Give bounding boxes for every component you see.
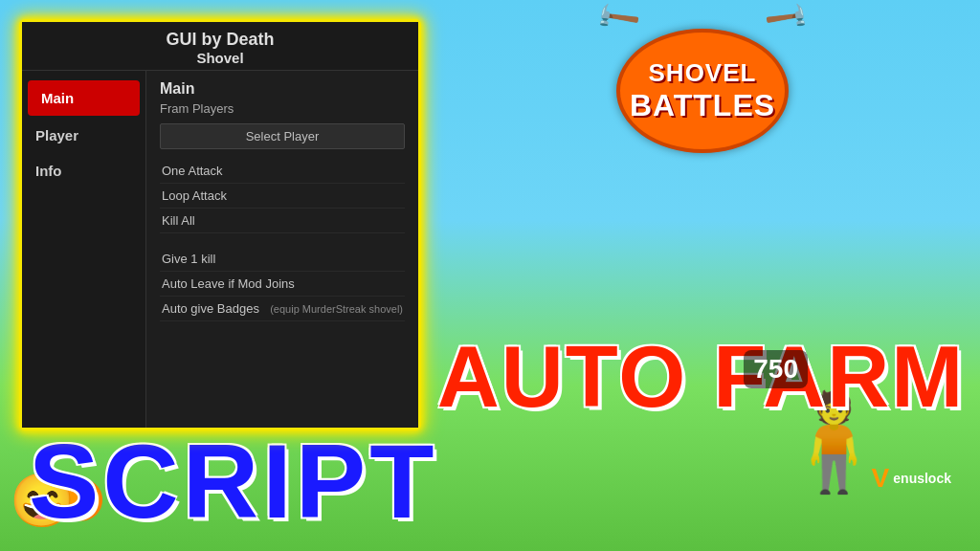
select-player-button[interactable]: Select Player [160, 123, 405, 149]
gui-body: Main Player Info Main Fram Players Selec… [22, 71, 418, 428]
shovel-battles-logo: 🔨 🔨 SHOVEL BATTLES [616, 29, 789, 153]
one-attack-item[interactable]: One Attack [160, 159, 405, 184]
gui-shovel-subtitle: Shovel [22, 50, 418, 66]
score-badge: 750 [744, 350, 808, 388]
give-1-kill-label: Give 1 kill [162, 252, 215, 266]
venuslock-v: V [872, 463, 890, 494]
auto-leave-label: Auto Leave if Mod Joins [162, 276, 295, 291]
sidebar: Main Player Info [22, 71, 146, 428]
give-1-kill-item[interactable]: Give 1 kill [160, 247, 405, 272]
script-text: SCRIPT [29, 420, 437, 541]
auto-give-badges-item[interactable]: Auto give Badges (equip MurderStreak sho… [160, 297, 405, 321]
logo-background: SHOVEL BATTLES [616, 29, 789, 153]
loop-attack-label: Loop Attack [162, 188, 227, 203]
section-label: Fram Players [160, 101, 405, 116]
gui-panel: GUI by Death Shovel Main Player Info Mai… [19, 19, 421, 430]
sidebar-item-main[interactable]: Main [28, 80, 140, 116]
one-attack-label: One Attack [162, 164, 223, 178]
auto-give-badges-label: Auto give Badges [162, 301, 259, 316]
kill-all-item[interactable]: Kill All [160, 209, 405, 233]
auto-leave-item[interactable]: Auto Leave if Mod Joins [160, 272, 405, 297]
venuslock-watermark: V enuslock [872, 463, 951, 494]
gui-header: GUI by Death Shovel [22, 22, 418, 71]
sidebar-item-player[interactable]: Player [22, 118, 145, 153]
gui-by-death-title: GUI by Death [22, 30, 418, 50]
venuslock-text: enuslock [893, 471, 951, 486]
main-title: Main [160, 80, 405, 98]
loop-attack-item[interactable]: Loop Attack [160, 184, 405, 209]
auto-give-badges-note: (equip MurderStreak shovel) [270, 303, 403, 315]
sidebar-item-info[interactable]: Info [22, 153, 145, 188]
main-content: Main Fram Players Select Player One Atta… [146, 71, 418, 428]
auto-farm-text: AUTO FARM [437, 328, 965, 427]
kill-all-label: Kill All [162, 213, 195, 228]
logo-battles-text: BATTLES [630, 88, 775, 123]
logo-shovel-text: SHOVEL [649, 58, 757, 88]
